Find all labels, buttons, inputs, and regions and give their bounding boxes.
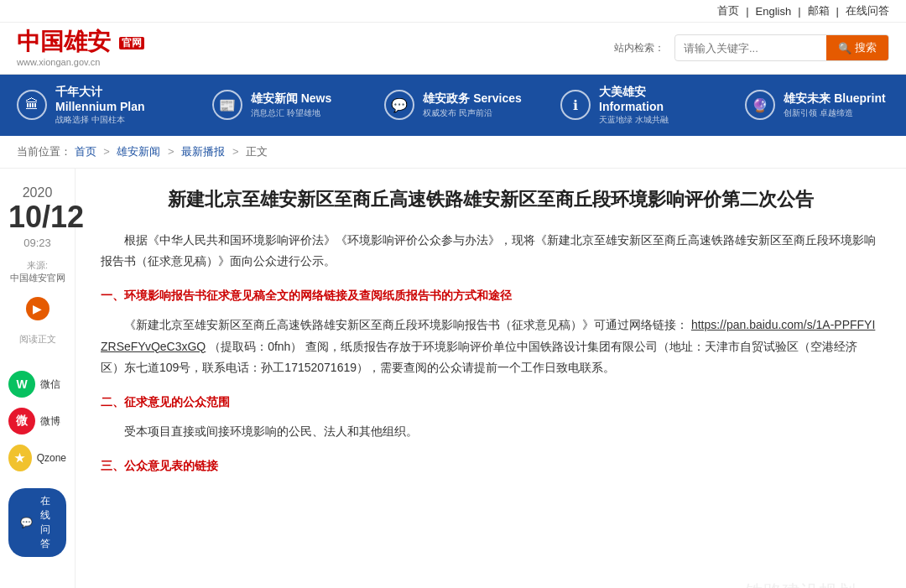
services-text: 雄安政务 Services 权威发布 民声前沿 [423,91,522,119]
top-separator3: | [836,5,839,18]
breadcrumb-news[interactable]: 雄安新闻 [117,145,160,158]
mailbox-link[interactable]: 邮箱 [808,3,830,18]
logo-badge: 官网 [119,37,144,49]
article-para3: 受本项目直接或间接环境影响的公民、法人和其他组织。 [101,421,881,442]
article-section3-title: 三、公众意见表的链接 [101,455,881,476]
millennium-sub: 战略选择 中国柱本 [55,114,164,126]
nav-bar: 🏛 千年大计 Millennium Plan 战略选择 中国柱本 📰 雄安新闻 … [0,75,906,136]
wechat-share[interactable]: W 微信 [8,371,66,398]
article-main: 新建北京至雄安新区至商丘高速铁路雄安新区至商丘段环境影响评价第二次公告 根据《中… [76,169,906,588]
breadcrumb-prefix: 当前位置： [17,145,71,158]
nav-item-news[interactable]: 📰 雄安新闻 News 消息总汇 聆望雄地 [181,75,362,136]
breadcrumb-current: 正文 [246,145,268,158]
date-year: 2020 [8,185,66,200]
search-btn-label: 搜索 [855,40,877,55]
listen-icon: ▶ [26,297,49,320]
qzone-icon: ★ [8,445,32,471]
news-text: 雄安新闻 News 消息总汇 聆望雄地 [251,91,331,119]
wechat-icon: W [8,371,35,398]
nav-item-millennium[interactable]: 🏛 千年大计 Millennium Plan 战略选择 中国柱本 [0,75,181,136]
sidebar: 2020 10/12 09:23 来源: 中国雄安官网 ▶ 阅读正文 W 微信 … [0,169,76,588]
home-link[interactable]: 首页 [717,3,739,18]
breadcrumb-latest[interactable]: 最新播报 [181,145,225,158]
english-link[interactable]: English [756,5,792,18]
news-icon: 📰 [212,90,242,120]
breadcrumb-sep2: > [168,145,177,158]
article-para2: 《新建北京至雄安新区至商丘高速铁路雄安新区至商丘段环境影响报告书（征求意见稿）》… [101,315,881,378]
logo-cn-text: 中国雄安 [17,29,111,55]
search-input[interactable] [675,38,826,59]
article-wrapper: 新建北京至雄安新区至商丘高速铁路雄安新区至商丘段环境影响评价第二次公告 根据《中… [76,169,906,588]
logo-area: 中国雄安 官网 www.xiongan.gov.cn [17,29,144,67]
article-section1-title: 一、环境影响报告书征求意见稿全文的网络链接及查阅纸质报告书的方式和途径 [101,285,881,306]
article-section2-title: 二、征求意见的公众范围 [101,392,881,413]
breadcrumb-sep1: > [103,145,112,158]
millennium-cn: 千年大计 Millennium Plan [55,85,164,113]
listen-button[interactable]: ▶ [8,297,66,320]
article-url-code: （提取码：0fnh） [209,340,302,353]
listen-label: 阅读正文 [8,333,66,346]
source-name: 中国雄安官网 [8,272,66,284]
top-bar: 首页 | English | 邮箱 | 在线问答 [0,0,906,23]
qzone-share[interactable]: ★ Qzone [8,445,66,471]
weibo-share[interactable]: 微 微博 [8,408,66,434]
article-para1: 根据《中华人民共和国环境影响评价法》《环境影响评价公众参与办法》，现将《新建北京… [101,230,881,272]
online-answer-label: 在线问答 [36,494,55,551]
content-wrapper: 2020 10/12 09:23 来源: 中国雄安官网 ▶ 阅读正文 W 微信 … [0,169,906,588]
millennium-icon: 🏛 [17,90,47,120]
news-sub: 消息总汇 聆望雄地 [251,107,331,119]
search-area: 站内检索： 🔍 搜索 [614,34,889,61]
search-icon: 🔍 [838,42,851,55]
weibo-icon: 微 [8,408,35,434]
logo-subtitle: www.xiongan.gov.cn [17,57,144,67]
info-icon: ℹ [560,90,591,120]
top-separator1: | [746,5,748,18]
source-label: 来源: [8,259,66,272]
blueprint-cn: 雄安未来 Blueprint [784,91,885,107]
header: 中国雄安 官网 www.xiongan.gov.cn 站内检索： 🔍 搜索 [0,23,906,75]
nav-item-services[interactable]: 💬 雄安政务 Services 权威发布 民声前沿 [362,75,544,136]
article-title: 新建北京至雄安新区至商丘高速铁路雄安新区至商丘段环境影响评价第二次公告 [101,185,881,213]
millennium-text: 千年大计 Millennium Plan 战略选择 中国柱本 [55,85,164,126]
online-answer-button[interactable]: 💬 在线问答 [8,488,66,557]
search-button[interactable]: 🔍 搜索 [826,35,888,60]
services-sub: 权威发布 民声前沿 [423,107,522,119]
services-icon: 💬 [384,90,414,120]
search-input-wrapper: 🔍 搜索 [674,34,889,61]
logo-title: 中国雄安 官网 [17,29,144,55]
nav-item-blueprint[interactable]: 🔮 雄安未来 Blueprint 创新引领 卓越缔造 [725,75,906,136]
para2-prefix: 《新建北京至雄安新区至商丘高速铁路雄安新区至商丘段环境影响报告书（征求意见稿）》… [124,318,688,331]
breadcrumb-home[interactable]: 首页 [75,145,96,158]
nav-item-info[interactable]: ℹ 大美雄安 Information 天蓝地绿 水城共融 [544,75,725,136]
search-label: 站内检索： [614,41,664,55]
blueprint-icon: 🔮 [745,90,775,120]
breadcrumb: 当前位置： 首页 > 雄安新闻 > 最新播报 > 正文 [0,136,906,169]
weibo-label: 微博 [40,414,60,429]
info-text: 大美雄安 Information 天蓝地绿 水城共融 [599,85,708,126]
social-area: W 微信 微 微博 ★ Qzone [8,371,66,471]
qzone-label: Qzone [37,452,66,464]
date-time: 09:23 [8,237,66,249]
news-cn: 雄安新闻 News [251,91,331,107]
services-cn: 雄安政务 Services [423,91,522,107]
breadcrumb-sep3: > [232,145,242,158]
top-separator2: | [798,5,800,18]
blueprint-sub: 创新引领 卓越缔造 [784,107,885,119]
date-main: 10/12 [8,200,66,234]
blueprint-text: 雄安未来 Blueprint 创新引领 卓越缔造 [784,91,885,119]
wechat-label: 微信 [40,377,60,392]
info-cn: 大美雄安 Information [599,85,708,113]
info-sub: 天蓝地绿 水城共融 [599,114,708,126]
online-answer-icon: 💬 [20,517,33,528]
article-body: 根据《中华人民共和国环境影响评价法》《环境影响评价公众参与办法》，现将《新建北京… [101,230,881,477]
online-qa-link[interactable]: 在线问答 [846,3,889,18]
